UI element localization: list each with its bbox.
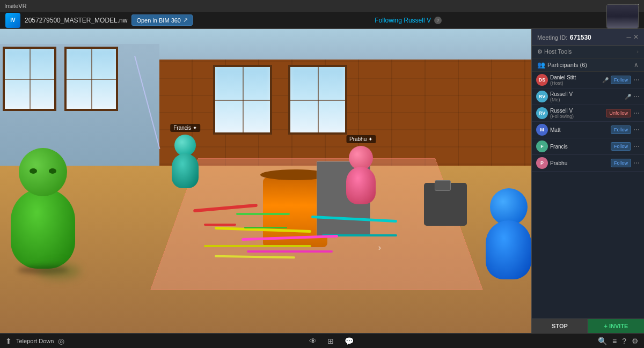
more-options-button[interactable]: ⋯	[633, 126, 640, 134]
prabhu-body	[346, 167, 376, 204]
panel-header: Meeting ID: 671530 ─ ✕	[532, 29, 644, 46]
participant-avatar: M	[536, 124, 548, 136]
app-title-text: InsiteVR	[4, 3, 27, 9]
industrial-model	[161, 92, 483, 279]
host-tools[interactable]: ⚙ Host Tools ›	[532, 46, 644, 58]
3d-viewport[interactable]: Francis ✦ Prabhu ✦ ›	[0, 29, 531, 333]
top-bar: IV 2057279500_MASTER_MODEL.nw Open in BI…	[0, 12, 644, 29]
participant-item: DSDaniel Stitt(Host)🎤Follow⋯	[532, 72, 644, 88]
follow-button[interactable]: Follow	[611, 159, 631, 167]
follow-button[interactable]: Follow	[611, 76, 631, 84]
participant-name: Russell V	[550, 91, 623, 97]
participant-name: Daniel Stitt	[550, 75, 600, 80]
app-title: InsiteVR	[4, 3, 27, 9]
participant-name: Matt	[550, 127, 609, 133]
right-panel: Meeting ID: 671530 ─ ✕ ⚙ Host Tools › 👥 …	[531, 29, 644, 333]
teleport-icon[interactable]: ⬆	[5, 337, 12, 345]
pipe-red-1	[193, 204, 258, 212]
stop-button[interactable]: STOP	[532, 319, 588, 333]
eye-icon[interactable]: 👁	[309, 337, 317, 345]
topbar-right: VR	[624, 16, 639, 25]
panel-minimize-icon[interactable]: ─	[626, 33, 631, 41]
bottombar-left: ⬆ Teleport Down ◎	[5, 337, 64, 345]
panel-footer[interactable]: STOP + INVITE	[532, 319, 644, 333]
participant-name: Russell V	[550, 108, 604, 114]
compass-icon[interactable]: ◎	[58, 337, 64, 345]
panel-close-icon[interactable]: ✕	[633, 33, 639, 41]
participant-subtitle: (Me)	[550, 97, 623, 102]
participant-name: Francis	[550, 144, 609, 150]
chat-icon[interactable]: 💬	[345, 337, 354, 345]
mic-icon: 🎤	[625, 94, 631, 100]
bottombar-right: 🔍 ≡ ? ⚙	[598, 337, 639, 345]
search-icon[interactable]: 🔍	[598, 337, 607, 345]
unfollow-button[interactable]: Unfollow	[606, 109, 631, 117]
minimap-content	[607, 5, 638, 28]
control-box-1	[435, 180, 451, 191]
help-icon[interactable]: ?	[434, 17, 442, 24]
more-options-button[interactable]: ⋯	[633, 109, 640, 117]
follow-button[interactable]: Follow	[611, 142, 631, 151]
avatar-green-shadow	[38, 263, 80, 279]
participants-collapse-icon[interactable]: ∧	[634, 61, 639, 69]
more-options-button[interactable]: ⋯	[633, 76, 640, 84]
topbar-left: IV 2057279500_MASTER_MODEL.nw Open in BI…	[5, 13, 193, 28]
host-tools-icon: ⚙	[537, 48, 543, 55]
meeting-id-label: Meeting ID:	[537, 34, 567, 41]
title-bar: InsiteVR ─ □ ✕	[0, 0, 644, 12]
bottombar-center: 👁 ⊞ 💬	[309, 337, 354, 345]
participant-avatar: RV	[536, 107, 548, 119]
follow-button[interactable]: Follow	[611, 125, 631, 134]
window-1	[3, 47, 56, 111]
pipe-green-2	[244, 227, 287, 228]
window-2	[64, 47, 118, 111]
pipe-yellow-3	[215, 255, 295, 259]
participant-item: FFrancisFollow⋯	[532, 138, 644, 155]
participant-item: RVRussell V(Me)🎤⋯	[532, 88, 644, 105]
layers-icon[interactable]: ≡	[612, 337, 617, 345]
francis-head	[174, 135, 196, 156]
francis-body	[172, 153, 199, 188]
teleport-label: Teleport Down	[16, 338, 54, 344]
avatar-green-head	[19, 148, 67, 196]
following-label: Following Russell V ?	[375, 17, 442, 24]
open-bim360-button[interactable]: Open in BIM 360 ↗	[131, 14, 193, 26]
settings-icon[interactable]: ⚙	[632, 337, 639, 345]
pipe-green-1	[236, 213, 290, 215]
pipe-yellow-2	[204, 245, 311, 247]
help-bottom-icon[interactable]: ?	[622, 337, 626, 345]
grid-icon[interactable]: ⊞	[327, 337, 334, 345]
participant-item: RVRussell V(Following)Unfollow⋯	[532, 105, 644, 122]
invite-button[interactable]: + INVITE	[588, 319, 644, 333]
app-logo: IV	[5, 13, 20, 28]
host-tools-expand[interactable]: ›	[636, 48, 639, 55]
more-options-button[interactable]: ⋯	[633, 159, 640, 167]
avatar-blue	[486, 188, 531, 279]
participant-avatar: DS	[536, 74, 548, 86]
pipe-red-2	[204, 224, 236, 226]
minimap	[606, 4, 639, 28]
participants-header: 👥 Participants (6) ∧	[532, 58, 644, 72]
participants-icon: 👥	[537, 61, 545, 69]
participant-avatar: RV	[536, 91, 548, 102]
more-options-button[interactable]: ⋯	[633, 93, 640, 100]
more-options-button[interactable]: ⋯	[633, 143, 640, 150]
participant-list: DSDaniel Stitt(Host)🎤Follow⋯RVRussell V(…	[532, 72, 644, 319]
avatar-prabhu: Prabhu ✦	[346, 146, 376, 204]
main-content: Francis ✦ Prabhu ✦ › Meeting ID: 67	[0, 29, 644, 333]
participant-item: MMattFollow⋯	[532, 122, 644, 138]
meeting-id-value: 671530	[570, 34, 591, 41]
avatar-green-body	[11, 188, 75, 269]
bottom-bar: ⬆ Teleport Down ◎ 👁 ⊞ 💬 🔍 ≡ ? ⚙	[0, 333, 644, 348]
participant-avatar: P	[536, 157, 548, 169]
upload-icon: ↗	[183, 17, 188, 24]
mic-icon: 🎤	[602, 77, 609, 83]
participants-label: Participants (6)	[547, 62, 587, 68]
participant-subtitle: (Host)	[550, 80, 600, 86]
participant-item: PPrabhuFollow⋯	[532, 155, 644, 172]
model-name: 2057279500_MASTER_MODEL.nw	[25, 17, 127, 24]
participant-name: Prabhu	[550, 160, 609, 166]
participant-subtitle: (Following)	[550, 114, 604, 119]
avatar-green-large	[11, 148, 75, 269]
prabhu-label: Prabhu ✦	[346, 135, 376, 143]
